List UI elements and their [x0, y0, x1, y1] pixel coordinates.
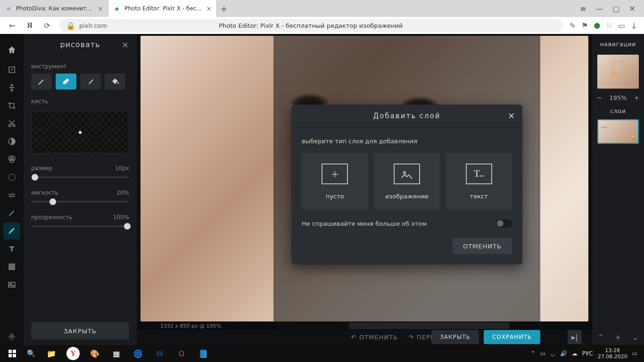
navigator-thumb[interactable]	[597, 55, 639, 89]
liquify-tool-icon[interactable]	[3, 187, 20, 204]
save-button[interactable]: СОХРАНИТЬ	[484, 330, 540, 344]
wifi-tray-icon[interactable]: ◡	[550, 350, 555, 357]
tray-chevron-icon[interactable]: ⌃	[531, 350, 536, 357]
battery-icon[interactable]: ▭	[618, 21, 625, 30]
add-image-icon[interactable]	[3, 276, 20, 293]
shield-icon[interactable]: ⬢	[594, 21, 601, 30]
opacity-slider[interactable]	[31, 225, 129, 227]
slider-thumb[interactable]	[50, 198, 56, 205]
slider-thumb[interactable]	[32, 174, 38, 181]
draw-tool-icon[interactable]	[3, 222, 20, 239]
cancel-button[interactable]: ОТМЕНИТЬ	[453, 238, 512, 254]
yandex-icon[interactable]: Я	[25, 21, 35, 30]
yandex-app-icon[interactable]: Y	[66, 347, 80, 360]
dont-ask-toggle[interactable]	[496, 219, 512, 228]
download-icon[interactable]: ⤓	[631, 21, 637, 30]
close-button[interactable]: ЗАКРЫТЬ	[431, 330, 479, 344]
effect-tool-icon[interactable]	[3, 169, 20, 186]
battery-tray-icon[interactable]: ▭	[540, 350, 545, 357]
clock[interactable]: 13:28 27.08.2020	[598, 347, 627, 360]
url-input[interactable]: 🔒 pixlr.com Photo Editor: Pixlr X - бесп…	[59, 19, 562, 32]
cut-tool-icon[interactable]	[3, 115, 20, 132]
brush-preview[interactable]	[31, 111, 129, 154]
lock-icon: 🔒	[66, 21, 75, 30]
softness-slider-row: мягкость20%	[31, 189, 129, 203]
svg-rect-15	[8, 354, 12, 357]
window-controls: ≡ — ▢ ✕	[580, 0, 644, 17]
fill-tool-button[interactable]	[105, 74, 125, 90]
layer-menu-icon[interactable]: ⋯	[601, 123, 608, 131]
adjust-tool-icon[interactable]	[3, 133, 20, 150]
retouch-tool-icon[interactable]	[3, 205, 20, 222]
svg-rect-16	[13, 354, 16, 357]
expand-button[interactable]: ▸|	[568, 330, 582, 344]
crop-tool-icon[interactable]	[3, 97, 20, 114]
word-app-icon[interactable]: W	[149, 345, 171, 362]
cloud-tray-icon[interactable]: ☁	[572, 350, 578, 357]
tab-photodiva[interactable]: ≡ PhotoDiva: Как изменить цвет ×	[0, 0, 108, 17]
close-panel-icon[interactable]: ×	[122, 40, 129, 49]
tool-grid	[31, 74, 129, 90]
maximize-icon[interactable]: ▢	[612, 4, 619, 13]
close-icon[interactable]: ×	[98, 5, 103, 12]
pen-tool-button[interactable]	[31, 74, 52, 90]
eraser-tool-button[interactable]	[56, 74, 76, 90]
image-layer-button[interactable]: изображение	[374, 153, 440, 210]
modal-close-icon[interactable]: ✕	[508, 111, 516, 121]
add-layer-button[interactable]: +	[615, 333, 621, 342]
size-slider[interactable]	[31, 176, 129, 178]
time-text: 13:28	[605, 347, 620, 354]
lock-icon[interactable]: 🔒	[629, 134, 636, 141]
element-tool-icon[interactable]	[3, 258, 20, 275]
edit-tool-icon[interactable]	[3, 61, 20, 78]
back-icon[interactable]: ←	[7, 21, 17, 30]
volume-tray-icon[interactable]: 🔊	[560, 350, 567, 357]
text-tool-icon[interactable]	[3, 240, 20, 257]
new-tab-button[interactable]: +	[217, 0, 231, 17]
svg-point-12	[404, 172, 405, 173]
wand-icon[interactable]: ✎	[570, 21, 576, 30]
modal-overlay: Добавить слой ✕ выберите тип слоя для до…	[273, 34, 540, 329]
slider-thumb[interactable]	[124, 223, 131, 230]
empty-layer-button[interactable]: + пусто	[302, 153, 368, 210]
modal-footer: ОТМЕНИТЬ	[302, 238, 512, 254]
page-title: Photo Editor: Pixlr X - бесплатный редак…	[219, 22, 403, 29]
opera-app-icon[interactable]: O	[171, 345, 192, 362]
reload-icon[interactable]: ⟳	[42, 21, 52, 30]
settings-icon[interactable]	[3, 328, 20, 345]
chevron-down-icon[interactable]: ⌄	[632, 333, 638, 342]
close-window-icon[interactable]: ✕	[629, 4, 636, 13]
softness-slider[interactable]	[31, 201, 129, 203]
menu-icon[interactable]: ≡	[580, 4, 586, 13]
zoom-out-button[interactable]: −	[597, 94, 602, 101]
undo-icon: ↶	[351, 334, 356, 341]
color-pick-button[interactable]	[80, 74, 101, 90]
chevron-up-icon[interactable]: ⌃	[598, 333, 604, 342]
minimize-icon[interactable]: —	[595, 4, 603, 13]
text-layer-button[interactable]: T.. текст	[446, 153, 512, 210]
search-button[interactable]: 🔍	[22, 345, 41, 362]
empty-layer-label: пусто	[326, 193, 344, 200]
tab-pixlr[interactable]: ◆ Photo Editor: Pixlr X - бесплат ×	[108, 0, 217, 17]
calc-app-icon[interactable]: ▦	[106, 345, 127, 362]
layer-item[interactable]: ⋯ 🔒	[597, 119, 639, 144]
paint-app-icon[interactable]: 🎨	[84, 345, 106, 362]
close-panel-button[interactable]: ЗАКРЫТЬ	[31, 322, 129, 339]
language-indicator[interactable]: РУС	[582, 350, 593, 357]
opacity-value: 100%	[113, 214, 129, 221]
arrange-tool-icon[interactable]	[3, 79, 20, 96]
explorer-app-icon[interactable]: 📁	[41, 345, 62, 362]
extension-icon[interactable]: ⁙	[606, 21, 612, 30]
zoom-in-button[interactable]: +	[634, 94, 639, 101]
undo-button[interactable]: ↶ОТМЕНИТЬ	[351, 334, 398, 341]
start-button[interactable]	[3, 345, 22, 362]
filter-tool-icon[interactable]	[3, 151, 20, 168]
close-icon[interactable]: ×	[206, 5, 212, 12]
home-icon[interactable]	[3, 40, 20, 60]
svg-rect-14	[13, 350, 16, 353]
notifications-icon[interactable]: ▭	[632, 350, 637, 357]
notes-app-icon[interactable]: 📘	[192, 345, 214, 362]
snip-app-icon[interactable]: 🌀	[127, 345, 149, 362]
date-text: 27.08.2020	[598, 354, 627, 360]
bookmark-icon[interactable]: ⚑	[581, 21, 588, 30]
